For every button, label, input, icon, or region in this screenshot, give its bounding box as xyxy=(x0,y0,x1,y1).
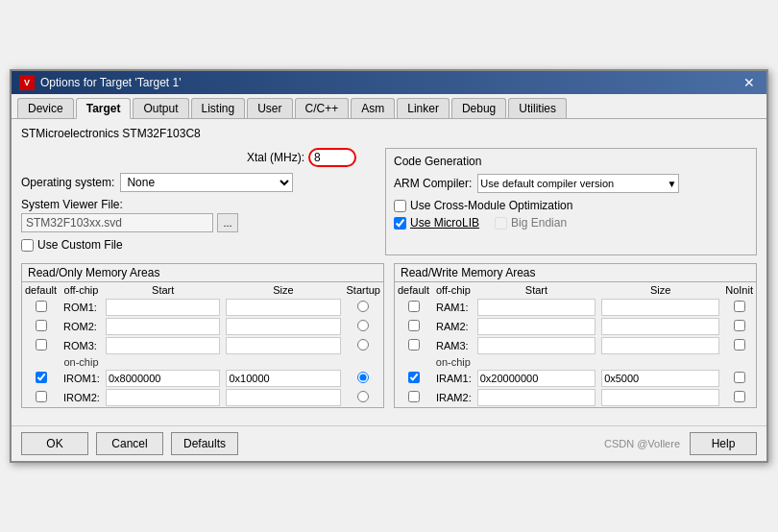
rom1-size-input[interactable] xyxy=(226,299,340,316)
iram2-start-input[interactable] xyxy=(477,389,596,406)
iram2-label: IRAM2: xyxy=(432,388,474,407)
iram1-default-cb[interactable] xyxy=(408,372,420,383)
use-custom-file-checkbox[interactable] xyxy=(21,239,34,252)
window-title: Options for Target 'Target 1' xyxy=(40,76,181,89)
irom1-start-input[interactable] xyxy=(106,370,220,387)
ram3-size-input[interactable] xyxy=(601,337,719,354)
irom2-size-input[interactable] xyxy=(226,389,340,406)
rw-col-start: Start xyxy=(474,282,598,298)
close-button[interactable]: ✕ xyxy=(740,75,759,90)
device-label: STMicroelectronics STM32F103C8 xyxy=(21,127,757,140)
rw-col-offchip: off-chip xyxy=(432,282,474,298)
tab-user[interactable]: User xyxy=(247,98,292,118)
system-file-section: System Viewer File: ... xyxy=(21,198,376,232)
cancel-button[interactable]: Cancel xyxy=(96,432,163,455)
browse-button[interactable]: ... xyxy=(217,213,238,232)
iram1-start-input[interactable] xyxy=(477,370,596,387)
tab-asm[interactable]: Asm xyxy=(351,98,395,118)
os-label: Operating system: xyxy=(21,176,114,189)
help-button[interactable]: Help xyxy=(690,432,757,455)
iram2-noinit-cb[interactable] xyxy=(734,391,745,402)
ram1-noinit-cb[interactable] xyxy=(734,301,745,312)
ram3-noinit-cb[interactable] xyxy=(734,339,745,351)
table-row: IRAM1: xyxy=(395,369,756,388)
tab-cpp[interactable]: C/C++ xyxy=(295,98,350,118)
iram1-label: IRAM1: xyxy=(432,369,474,388)
use-custom-file-row: Use Custom File xyxy=(21,238,376,252)
ram1-start-input[interactable] xyxy=(477,299,596,316)
arm-compiler-select[interactable]: Use default compiler version ▼ xyxy=(477,174,679,193)
iram2-default-cb[interactable] xyxy=(408,391,420,402)
irom1-startup-radio[interactable] xyxy=(357,372,369,383)
rom2-default-cb[interactable] xyxy=(36,320,47,331)
tab-output[interactable]: Output xyxy=(133,98,188,118)
arm-compiler-label: ARM Compiler: xyxy=(394,177,472,190)
read-write-title-bar: Read/Write Memory Areas xyxy=(395,264,756,282)
ram3-start-input[interactable] xyxy=(477,337,596,354)
ram2-label: RAM2: xyxy=(432,317,474,336)
rom3-size-input[interactable] xyxy=(226,337,340,354)
rom3-start-input[interactable] xyxy=(106,337,220,354)
rom3-startup-radio[interactable] xyxy=(357,339,369,351)
defaults-button[interactable]: Defaults xyxy=(171,432,238,455)
rom3-default-cb[interactable] xyxy=(36,339,47,351)
xtal-input[interactable] xyxy=(308,148,356,167)
irom2-startup-radio[interactable] xyxy=(357,391,369,402)
ram2-noinit-cb[interactable] xyxy=(734,320,745,331)
read-write-title: Read/Write Memory Areas xyxy=(401,266,536,279)
arm-compiler-arrow: ▼ xyxy=(667,179,676,189)
system-file-input[interactable] xyxy=(21,213,213,232)
bottom-buttons: OK Cancel Defaults xyxy=(21,432,238,455)
code-generation-panel: Code Generation ARM Compiler: Use defaul… xyxy=(385,148,757,255)
iram1-size-input[interactable] xyxy=(601,370,719,387)
cross-module-checkbox[interactable] xyxy=(394,200,406,212)
irom2-start-input[interactable] xyxy=(106,389,220,406)
title-bar: V Options for Target 'Target 1' ✕ xyxy=(12,71,766,94)
xtal-row: Xtal (MHz): xyxy=(21,148,376,167)
tab-linker[interactable]: Linker xyxy=(397,98,450,118)
rom2-size-input[interactable] xyxy=(226,318,340,335)
read-only-title-bar: Read/Only Memory Areas xyxy=(22,264,383,282)
big-endian-checkbox[interactable] xyxy=(495,217,507,230)
rom1-default-cb[interactable] xyxy=(36,301,47,312)
tab-listing[interactable]: Listing xyxy=(191,98,246,118)
microlib-checkbox-row: Use MicroLIB xyxy=(394,216,479,230)
table-row: IRAM2: xyxy=(395,388,756,407)
ram1-default-cb[interactable] xyxy=(408,301,420,312)
irom1-default-cb[interactable] xyxy=(36,372,47,383)
ram2-start-input[interactable] xyxy=(477,318,596,335)
os-select[interactable]: None xyxy=(120,173,293,192)
watermark-text: CSDN @Vollere xyxy=(604,438,680,449)
ram3-default-cb[interactable] xyxy=(408,339,420,351)
read-only-title: Read/Only Memory Areas xyxy=(28,266,159,279)
tab-device[interactable]: Device xyxy=(17,98,74,118)
tabs-bar: Device Target Output Listing User C/C++ … xyxy=(12,94,766,119)
system-file-row: ... xyxy=(21,213,376,232)
ram2-default-cb[interactable] xyxy=(408,320,420,331)
tab-debug[interactable]: Debug xyxy=(451,98,506,118)
read-only-table: default off-chip Start Size Startup ROM1… xyxy=(22,282,383,407)
ram1-size-input[interactable] xyxy=(601,299,719,316)
read-write-memory-group: Read/Write Memory Areas default off-chip… xyxy=(394,263,757,408)
arm-compiler-value: Use default compiler version xyxy=(480,178,667,189)
irom1-size-input[interactable] xyxy=(226,370,340,387)
rom2-start-input[interactable] xyxy=(106,318,220,335)
ro-col-default: default xyxy=(22,282,60,298)
table-row: ROM2: xyxy=(22,317,383,336)
rom1-startup-radio[interactable] xyxy=(357,301,369,312)
ro-col-start: Start xyxy=(103,282,223,298)
tab-target[interactable]: Target xyxy=(76,98,132,119)
table-row: ROM3: xyxy=(22,336,383,355)
iram2-size-input[interactable] xyxy=(601,389,719,406)
irom2-default-cb[interactable] xyxy=(36,391,47,402)
ok-button[interactable]: OK xyxy=(21,432,88,455)
microlib-checkbox[interactable] xyxy=(394,217,406,230)
ram2-size-input[interactable] xyxy=(601,318,719,335)
rw-col-size: Size xyxy=(598,282,722,298)
rom1-start-input[interactable] xyxy=(106,299,220,316)
rw-col-default: default xyxy=(395,282,432,298)
tab-utilities[interactable]: Utilities xyxy=(508,98,567,118)
title-bar-left: V Options for Target 'Target 1' xyxy=(19,75,181,90)
iram1-noinit-cb[interactable] xyxy=(734,372,745,383)
rom2-startup-radio[interactable] xyxy=(357,320,369,331)
